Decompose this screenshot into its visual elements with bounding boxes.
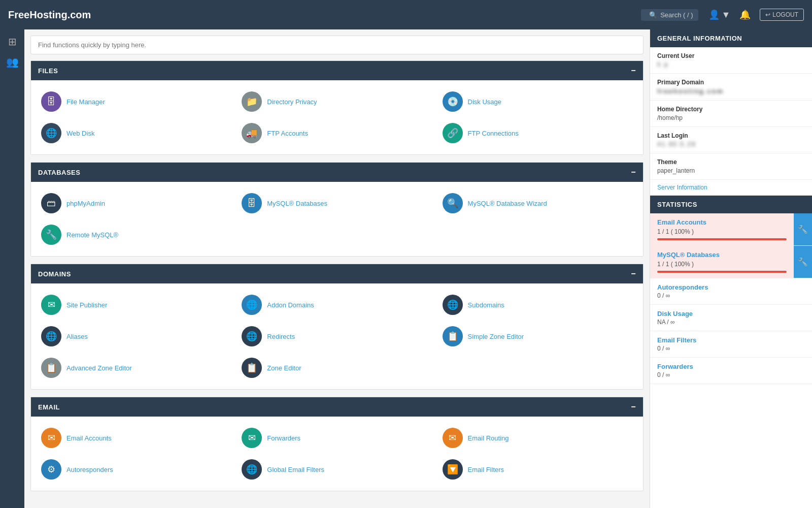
home-directory-value: /home/hp — [657, 114, 805, 121]
autoresponders-icon: ⚙ — [41, 459, 61, 480]
disk-usage-stat-label[interactable]: Disk Usage — [657, 310, 805, 318]
redirects-item[interactable]: 🌐 Redirects — [236, 322, 437, 351]
email-filters-label: Email Filters — [468, 466, 504, 473]
forwarders-stat-label[interactable]: Forwarders — [657, 363, 805, 370]
email-filters-item[interactable]: 🔽 Email Filters — [437, 455, 638, 484]
web-disk-item[interactable]: 🌐 Web Disk — [36, 119, 236, 147]
directory-privacy-label: Directory Privacy — [267, 98, 317, 106]
mysql-wizard-item[interactable]: 🔍 MySQL® Database Wizard — [437, 189, 638, 217]
email-filters-stat-value: 0 / ∞ — [657, 345, 805, 352]
directory-privacy-icon: 📁 — [242, 91, 262, 112]
aliases-label: Aliases — [66, 333, 88, 340]
search-bar-nav[interactable]: 🔍 Search ( / ) — [641, 9, 698, 21]
global-email-filters-item[interactable]: 🌐 Global Email Filters — [236, 455, 437, 484]
files-collapse-icon[interactable]: − — [631, 66, 636, 75]
autoresponders-stat-row: Autoresponders 0 / ∞ — [650, 278, 812, 305]
remote-mysql-item[interactable]: 🔧 Remote MySQL® — [36, 220, 236, 249]
primary-domain-value: freehosting.com — [657, 87, 805, 95]
subdomains-item[interactable]: 🌐 Subdomains — [437, 291, 638, 319]
mysql-databases-stat-row: MySQL® Databases 1 / 1 ( 100% ) 🔧 — [650, 246, 812, 278]
search-icon: 🔍 — [649, 11, 657, 19]
email-accounts-item[interactable]: ✉ Email Accounts — [36, 424, 236, 452]
email-accounts-stat-label[interactable]: Email Accounts — [657, 218, 787, 226]
server-info-link[interactable]: Server Information — [650, 180, 812, 196]
autoresponders-stat-value: 0 / ∞ — [657, 292, 805, 299]
ftp-accounts-icon: 🚚 — [242, 123, 262, 143]
autoresponders-stat-label[interactable]: Autoresponders — [657, 283, 805, 291]
forwarders-icon: ✉ — [242, 428, 262, 448]
site-publisher-label: Site Publisher — [66, 301, 107, 309]
right-sidebar: GENERAL INFORMATION Current User h p Pri… — [650, 29, 812, 508]
email-accounts-wrench-button[interactable]: 🔧 — [794, 213, 812, 245]
current-user-label: Current User — [657, 52, 805, 59]
zone-editor-item[interactable]: 📋 Zone Editor — [236, 354, 437, 382]
addon-domains-item[interactable]: 🌐 Addon Domains — [236, 291, 437, 319]
email-section-header: EMAIL − — [31, 397, 643, 417]
global-email-filters-label: Global Email Filters — [267, 466, 324, 473]
email-routing-item[interactable]: ✉ Email Routing — [437, 424, 638, 452]
email-accounts-stat-content: Email Accounts 1 / 1 ( 100% ) — [650, 213, 794, 245]
last-login-row: Last Login 41.90.5.28 — [650, 127, 812, 153]
mysql-databases-stat-value: 1 / 1 ( 100% ) — [657, 261, 787, 268]
brand: FreeHosting.com — [8, 9, 91, 21]
user-menu-button[interactable]: 👤 ▼ — [708, 9, 731, 20]
logout-button[interactable]: ↩ LOGOUT — [760, 9, 804, 21]
statistics-header: STATISTICS — [650, 196, 812, 213]
phpmyadmin-item[interactable]: 🗃 phpMyAdmin — [36, 189, 236, 217]
autoresponders-label: Autoresponders — [66, 466, 113, 473]
email-filters-icon: 🔽 — [443, 459, 463, 480]
site-publisher-item[interactable]: ✉ Site Publisher — [36, 291, 236, 319]
simple-zone-editor-icon: 📋 — [443, 326, 463, 346]
email-section-body: ✉ Email Accounts ✉ Forwarders ✉ Email Ro… — [31, 417, 643, 491]
ftp-connections-item[interactable]: 🔗 FTP Connections — [437, 119, 638, 147]
databases-collapse-icon[interactable]: − — [631, 168, 636, 177]
notifications-button[interactable]: 🔔 — [739, 9, 751, 20]
email-routing-icon: ✉ — [443, 428, 463, 448]
file-manager-icon: 🗄 — [41, 91, 61, 112]
forwarders-item[interactable]: ✉ Forwarders — [236, 424, 437, 452]
zone-editor-icon: 📋 — [242, 358, 262, 378]
mysql-databases-stat-label[interactable]: MySQL® Databases — [657, 251, 787, 259]
email-section: EMAIL − ✉ Email Accounts ✉ Forwarders ✉ … — [30, 397, 644, 491]
directory-privacy-item[interactable]: 📁 Directory Privacy — [236, 87, 437, 116]
current-user-row: Current User h p — [650, 47, 812, 74]
simple-zone-editor-label: Simple Zone Editor — [468, 333, 524, 340]
mysql-databases-wrench-button[interactable]: 🔧 — [794, 246, 812, 278]
email-filters-stat-label[interactable]: Email Filters — [657, 336, 805, 344]
simple-zone-editor-item[interactable]: 📋 Simple Zone Editor — [437, 322, 638, 351]
domains-section-header: DOMAINS − — [31, 264, 643, 283]
ftp-accounts-item[interactable]: 🚚 FTP Accounts — [236, 119, 437, 147]
grid-icon[interactable]: ⊞ — [8, 36, 17, 48]
email-accounts-stat-bar — [657, 238, 787, 240]
ftp-connections-label: FTP Connections — [468, 130, 519, 137]
search-label: Search ( / ) — [660, 11, 693, 19]
files-section-header: FILES − — [31, 61, 643, 80]
domains-collapse-icon[interactable]: − — [631, 269, 636, 278]
mysql-databases-icon: 🗄 — [242, 193, 262, 213]
topnav-icons: 👤 ▼ 🔔 ↩ LOGOUT — [708, 9, 804, 21]
advanced-zone-editor-item[interactable]: 📋 Advanced Zone Editor — [36, 354, 236, 382]
logout-icon: ↩ — [765, 11, 770, 18]
ftp-accounts-label: FTP Accounts — [267, 130, 308, 137]
autoresponders-item[interactable]: ⚙ Autoresponders — [36, 455, 236, 484]
search-input[interactable] — [30, 36, 644, 54]
mysql-databases-item[interactable]: 🗄 MySQL® Databases — [236, 189, 437, 217]
mysql-databases-stat-content: MySQL® Databases 1 / 1 ( 100% ) — [650, 246, 794, 278]
files-section-body: 🗄 File Manager 📁 Directory Privacy 💿 Dis… — [31, 80, 643, 154]
addon-domains-label: Addon Domains — [267, 301, 314, 309]
domains-section: DOMAINS − ✉ Site Publisher 🌐 Addon Domai… — [30, 264, 644, 390]
users-icon[interactable]: 👥 — [6, 56, 19, 68]
mysql-databases-label: MySQL® Databases — [267, 200, 327, 207]
file-manager-item[interactable]: 🗄 File Manager — [36, 87, 236, 116]
email-collapse-icon[interactable]: − — [631, 402, 636, 411]
left-sidebar: ⊞ 👥 — [0, 29, 24, 508]
disk-usage-item[interactable]: 💿 Disk Usage — [437, 87, 638, 116]
aliases-item[interactable]: 🌐 Aliases — [36, 322, 236, 351]
global-email-filters-icon: 🌐 — [242, 459, 262, 480]
mysql-databases-stat-bar — [657, 271, 787, 273]
zone-editor-label: Zone Editor — [267, 364, 301, 372]
general-info-header: GENERAL INFORMATION — [650, 29, 812, 47]
subdomains-icon: 🌐 — [443, 295, 463, 315]
bell-icon: 🔔 — [739, 9, 751, 20]
subdomains-label: Subdomains — [468, 301, 504, 309]
